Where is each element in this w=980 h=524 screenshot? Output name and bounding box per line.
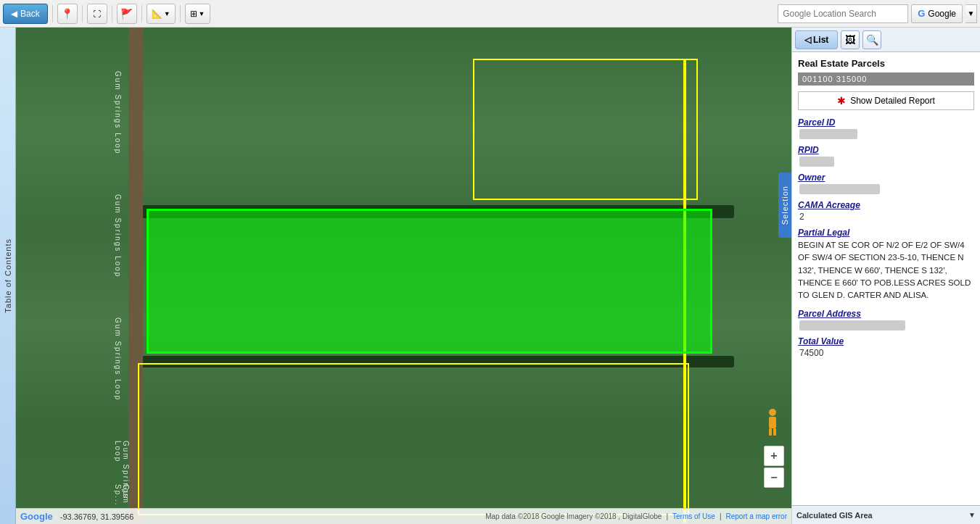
road-label-3: Gum Springs Loop <box>114 317 122 401</box>
list-tab-button[interactable]: ◁ List <box>795 30 838 49</box>
google-dropdown-arrow[interactable]: ▼ <box>965 4 977 23</box>
attribution-text: Map data ©2018 Google Imagery ©2018 , Di… <box>485 512 662 520</box>
separator-1 <box>52 5 53 22</box>
upper-parcel-outline <box>473 59 698 200</box>
search-input[interactable] <box>778 4 908 23</box>
separator2: | <box>720 512 722 520</box>
rpid-label: RPID <box>798 145 974 155</box>
google-label: Google <box>928 9 956 19</box>
person-icon[interactable] <box>764 408 781 437</box>
map-controls: + − <box>764 446 784 488</box>
separator: | <box>666 512 668 520</box>
zoom-icon: 🔍 <box>866 34 878 46</box>
map-area[interactable]: Gum Springs Loop Gum Springs Loop Gum Sp… <box>16 28 791 524</box>
google-icon: G <box>918 8 925 19</box>
right-panel: ◁ List 🖼 🔍 Real Estate Parcels 001100 31… <box>791 28 980 524</box>
zoom-tab-button[interactable]: 🔍 <box>862 30 881 49</box>
parcel-address-value: XXXX XXXX XXXXXXX XX <box>798 320 974 330</box>
locate-button[interactable]: 📍 <box>57 4 78 24</box>
owner-label: Owner <box>798 172 974 183</box>
road-label-1: Gum Springs Loop <box>114 71 122 154</box>
parcel-id-blurred: XXXXXXXXXX <box>799 129 857 139</box>
road-label-2: Gum Springs Loop <box>114 194 122 278</box>
back-button[interactable]: ◀ Back <box>3 4 48 24</box>
zoom-in-button[interactable]: + <box>764 446 784 466</box>
panel-tabs: ◁ List 🖼 🔍 <box>792 28 980 52</box>
map-bottom-bar: Google -93.36769, 31.39566 Map data ©201… <box>16 508 791 524</box>
owner-value: XXXXX XXXXXXX X <box>798 184 974 194</box>
owner-blurred: XXXXX XXXXXXX X <box>799 184 880 194</box>
report-error-link[interactable]: Report a map error <box>726 512 787 520</box>
flag-icon: 🚩 <box>120 8 133 20</box>
panel-title: Real Estate Parcels <box>798 58 974 69</box>
toc-sidebar[interactable]: Table of Contents <box>0 28 16 524</box>
search-box: G Google ▼ <box>778 4 977 23</box>
svg-rect-3 <box>773 428 776 436</box>
report-icon: ✱ <box>837 95 846 107</box>
svg-rect-2 <box>769 428 772 436</box>
toolbar: ◀ Back 📍 ⛶ 🚩 📐 ▼ ⊞ ▼ G Google ▼ <box>0 0 980 28</box>
calculated-gis-dropdown[interactable]: ▼ <box>968 511 976 519</box>
partial-legal-label: Partial Legal <box>798 228 974 238</box>
report-label: Show Detailed Report <box>850 96 935 106</box>
separator-3 <box>112 5 112 22</box>
panel-content: Real Estate Parcels 001100 315000 ✱ Show… <box>792 52 980 505</box>
svg-rect-1 <box>769 417 776 428</box>
zoom-out-button[interactable]: − <box>764 467 784 488</box>
flag-button[interactable]: 🚩 <box>117 4 137 24</box>
selection-tab[interactable]: Selection <box>778 172 791 238</box>
show-report-button[interactable]: ✱ Show Detailed Report <box>798 91 974 110</box>
terms-of-use-link[interactable]: Terms of Use <box>672 512 715 520</box>
cama-acreage-value: 2 <box>798 212 974 222</box>
address-blurred: XXXX XXXX XXXXXXX XX <box>799 320 905 330</box>
total-value-label: Total Value <box>798 336 974 346</box>
layers-dropdown: ▼ <box>199 10 205 17</box>
list-icon: ◁ <box>804 35 811 45</box>
google-logo: Google <box>20 511 53 522</box>
separator-4 <box>141 5 142 22</box>
calculated-gis-label: Calculated GIS Area <box>796 511 873 520</box>
parcel-id-label: Parcel ID <box>798 117 974 128</box>
parcel-id-value: XXXXXXXXXX <box>798 129 974 139</box>
measure-button[interactable]: 📐 ▼ <box>147 4 176 24</box>
partial-legal-text: BEGIN AT SE COR OF N/2 OF E/2 OF SW/4 OF… <box>798 239 974 301</box>
map-background: Gum Springs Loop Gum Springs Loop Gum Sp… <box>16 28 791 524</box>
screenshot-icon: 🖼 <box>845 34 855 46</box>
toc-label: Table of Contents <box>4 238 12 313</box>
main-area: Table of Contents Gum Springs Loop Gum S… <box>0 28 980 524</box>
selection-tab-label: Selection <box>781 186 789 225</box>
screenshot-tab-button[interactable]: 🖼 <box>841 30 860 49</box>
parcel-id-bar: 001100 315000 <box>798 72 974 86</box>
layers-button[interactable]: ⊞ ▼ <box>185 4 210 24</box>
measure-dropdown: ▼ <box>164 10 170 17</box>
fullscreen-icon: ⛶ <box>93 9 101 18</box>
google-search-button[interactable]: G Google <box>911 4 963 23</box>
back-label: Back <box>20 9 40 19</box>
fullscreen-button[interactable]: ⛶ <box>87 4 107 24</box>
parcel-address-label: Parcel Address <box>798 309 974 319</box>
back-arrow-icon: ◀ <box>11 9 17 19</box>
map-attribution: Map data ©2018 Google Imagery ©2018 , Di… <box>485 512 787 520</box>
total-value: 74500 <box>798 348 974 358</box>
separator-5 <box>180 5 181 22</box>
layers-icon: ⊞ <box>190 9 197 19</box>
separator-2 <box>82 5 83 22</box>
rpid-blurred: XXXXXX <box>799 157 834 167</box>
lower-parcel-outline <box>138 363 689 515</box>
selected-parcel[interactable] <box>147 209 712 354</box>
rpid-value: XXXXXX <box>798 157 974 167</box>
cama-acreage-label: CAMA Acreage <box>798 200 974 210</box>
coordinates: -93.36769, 31.39566 <box>60 512 134 521</box>
list-tab-label: List <box>813 35 828 45</box>
parcel-id-display: 001100 315000 <box>802 75 867 83</box>
locate-icon: 📍 <box>61 8 73 20</box>
panel-bottom[interactable]: Calculated GIS Area ▼ <box>792 505 980 524</box>
svg-point-0 <box>769 409 776 416</box>
measure-icon: 📐 <box>152 9 162 19</box>
